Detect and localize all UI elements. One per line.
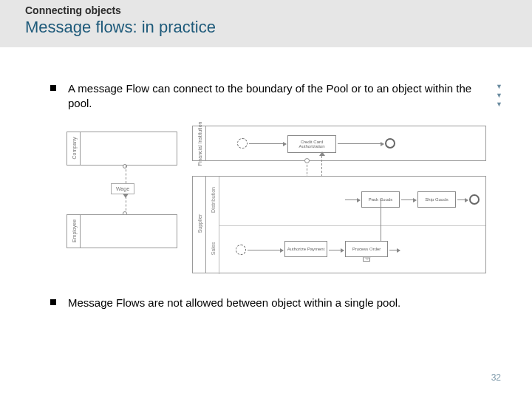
bullet-text: A message Flow can connect to the bounda… (68, 81, 488, 112)
bpmn-diagram: Company Wage Employee Financial Institut… (66, 126, 486, 281)
start-event-icon (236, 245, 246, 255)
marker-icon: ▼ (496, 92, 502, 99)
marker-icon: ▼ (496, 83, 502, 90)
pool-company: Company (66, 132, 177, 166)
pool-header: Company (67, 132, 81, 165)
pool-financial-institution: Financial Institution Credit Card Author… (192, 126, 486, 161)
task-authorize-payment: Authorize Payment (284, 241, 327, 257)
slide-header: Connecting objects Message flows: in pra… (0, 0, 532, 47)
message-start-icon (304, 158, 310, 163)
pool-label: Supplier (197, 176, 202, 272)
bullet-list: A message Flow can connect to the bounda… (50, 81, 488, 122)
lane-label: Sales (211, 227, 216, 271)
pool-supplier: Supplier Distribution Sales Pack Goods S… (192, 176, 486, 273)
sequence-flow (329, 250, 344, 250)
sequence-flow (338, 143, 383, 144)
lane-label: Distribution (211, 178, 216, 222)
pool-label: Company (72, 132, 77, 166)
message-endpoint-icon (123, 164, 127, 168)
task-credit-card-authorization: Credit Card Authorization (287, 135, 336, 153)
bullet-list: Message Flows are not allowed between ob… (50, 296, 488, 321)
sequence-flow (345, 200, 360, 200)
task-process-order: Process Order (345, 241, 388, 257)
pool-label: Financial Institution (197, 122, 202, 166)
sequence-flow-vertical (381, 200, 381, 241)
bullet-icon (50, 299, 56, 305)
sequence-flow (389, 250, 400, 250)
arrow-down-icon (123, 194, 129, 198)
bullet-text: Message Flows are not allowed between ob… (68, 296, 400, 310)
end-event-icon (469, 194, 480, 205)
sequence-flow (457, 200, 468, 200)
lane-sales: Sales (206, 225, 219, 274)
list-item: A message Flow can connect to the bounda… (50, 81, 488, 112)
list-item: Message Flows are not allowed between ob… (50, 296, 488, 310)
message-flow-line (126, 166, 126, 183)
pool-header: Financial Institution (193, 126, 206, 160)
pool-label: Employee (72, 214, 77, 248)
lane-divider (219, 225, 485, 226)
message-envelope-icon (363, 256, 370, 262)
diagram-right: Financial Institution Credit Card Author… (192, 126, 486, 277)
slide-title: Message flows: in practice (25, 18, 532, 37)
task-wage: Wage (111, 183, 134, 194)
pool-header: Employee (67, 215, 81, 248)
task-ship-goods: Ship Goods (417, 191, 456, 208)
arrow-up-icon (319, 151, 325, 156)
sequence-flow (248, 250, 283, 250)
page-number: 32 (491, 372, 501, 383)
end-event-icon (385, 138, 395, 149)
bullet-icon (50, 85, 56, 91)
decorative-markers: ▼ ▼ ▼ (496, 83, 502, 108)
diagram-left: Company Wage Employee (66, 132, 177, 250)
start-event-icon (237, 138, 248, 149)
pool-header: Supplier (193, 177, 206, 273)
section-pretitle: Connecting objects (25, 4, 532, 16)
pool-employee: Employee (66, 214, 177, 248)
lane-distribution: Distribution (206, 177, 219, 225)
marker-icon: ▼ (496, 100, 502, 108)
sequence-flow (249, 143, 286, 144)
sequence-flow (401, 200, 416, 200)
